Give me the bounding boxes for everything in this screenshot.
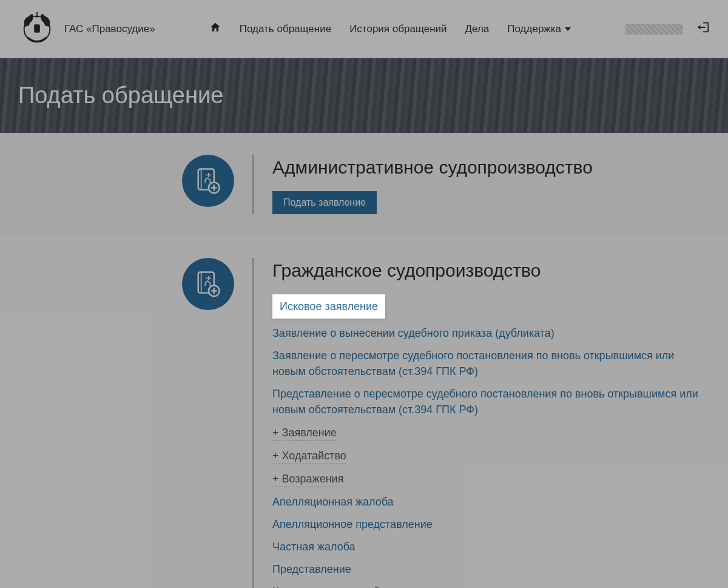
state-emblem-icon	[18, 9, 56, 49]
section-icon-wrap	[182, 155, 254, 214]
link-private-complaint[interactable]: Частная жалоба	[272, 539, 710, 555]
logo-block[interactable]: ГАС «Правосудие»	[18, 9, 155, 49]
home-icon[interactable]	[209, 21, 221, 36]
link-appeal-complaint[interactable]: Апелляционная жалоба	[272, 494, 710, 510]
user-name-redacted	[625, 24, 683, 35]
link-appeal-submission[interactable]: Апелляционное представление	[272, 516, 710, 532]
link-lawsuit-claim[interactable]: Исковое заявление	[280, 300, 378, 313]
link-court-order[interactable]: Заявление о вынесении судебного приказа …	[272, 325, 710, 341]
link-cassation-complaint[interactable]: Кассационная жалоба	[272, 584, 710, 588]
expand-petition[interactable]: + Ходатайство	[272, 448, 346, 464]
section-administrative: Административное судопроизводство Подать…	[0, 133, 728, 236]
nav-support[interactable]: Поддержка	[507, 23, 571, 35]
section-icon-wrap	[182, 258, 254, 588]
link-review-submission[interactable]: Представление о пересмотре судебного пос…	[272, 386, 710, 417]
svg-rect-1	[34, 24, 40, 33]
logout-icon[interactable]	[696, 21, 710, 37]
submit-application-button[interactable]: Подать заявление	[272, 191, 377, 214]
nav-cases[interactable]: Дела	[465, 23, 490, 35]
nav-support-label: Поддержка	[507, 23, 561, 35]
main-nav: Подать обращение История обращений Дела …	[209, 21, 710, 37]
page-title: Подать обращение	[18, 83, 223, 109]
nav-history[interactable]: История обращений	[349, 23, 447, 35]
expand-objections[interactable]: + Возражения	[272, 471, 343, 487]
link-submission[interactable]: Представление	[272, 561, 710, 577]
section-title-admin: Административное судопроизводство	[272, 157, 710, 178]
hero-banner: Подать обращение	[0, 58, 728, 133]
civil-link-list: Исковое заявление Заявление о вынесении …	[272, 294, 710, 588]
site-name: ГАС «Правосудие»	[64, 23, 155, 35]
chevron-down-icon	[565, 27, 571, 31]
top-navbar: ГАС «Правосудие» Подать обращение Истори…	[0, 0, 728, 58]
book-plus-icon	[182, 258, 234, 310]
nav-submit[interactable]: Подать обращение	[240, 23, 331, 35]
section-body: Административное судопроизводство Подать…	[272, 155, 710, 214]
highlighted-link-wrap: Исковое заявление	[272, 294, 710, 319]
user-area	[625, 21, 710, 37]
section-body: Гражданское судопроизводство Исковое зая…	[272, 258, 710, 588]
section-title-civil: Гражданское судопроизводство	[272, 260, 710, 281]
expand-application[interactable]: + Заявление	[272, 425, 337, 441]
book-plus-icon	[182, 155, 234, 207]
link-review-application[interactable]: Заявление о пересмотре судебного постано…	[272, 348, 710, 379]
section-civil: Гражданское судопроизводство Исковое зая…	[0, 236, 728, 588]
